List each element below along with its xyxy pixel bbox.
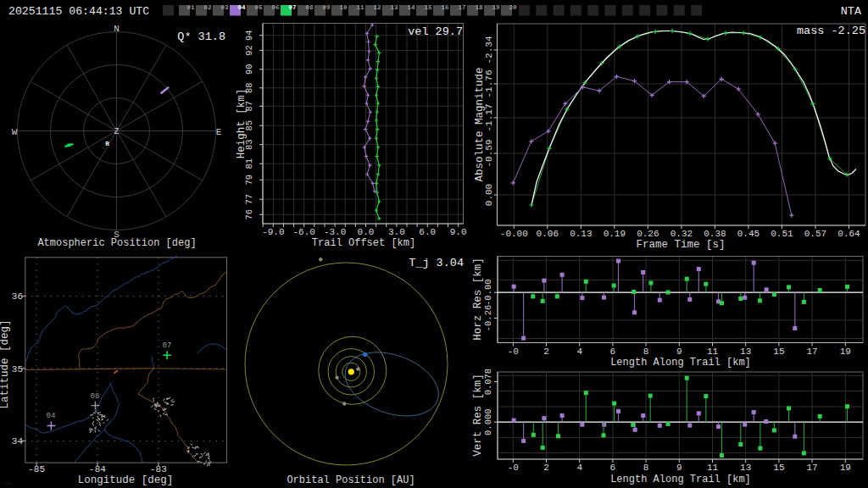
svg-text:T_j 3.04: T_j 3.04	[409, 257, 464, 269]
svg-text:4: 4	[576, 347, 582, 357]
svg-text:11: 11	[357, 4, 365, 11]
svg-text:0.000: 0.000	[483, 408, 493, 435]
svg-text:19: 19	[840, 347, 851, 357]
svg-text:0.38: 0.38	[704, 229, 726, 239]
svg-text:92: 92	[245, 45, 255, 56]
svg-text:-84: -84	[89, 464, 106, 474]
svg-text:34: 34	[12, 436, 24, 446]
svg-text:10: 10	[340, 4, 348, 11]
svg-text:16: 16	[442, 4, 450, 11]
svg-text:Length Along Trail [km]: Length Along Trail [km]	[610, 474, 751, 485]
svg-text:20251115 06:44:13 UTC: 20251115 06:44:13 UTC	[8, 5, 149, 18]
svg-text:-83: -83	[150, 464, 167, 474]
svg-text:0.57: 0.57	[804, 229, 826, 239]
svg-text:Trail Offset [km]: Trail Offset [km]	[312, 237, 415, 249]
svg-text:R: R	[105, 141, 109, 147]
svg-text:11: 11	[707, 463, 719, 473]
svg-text:2: 2	[543, 463, 549, 473]
svg-text:0.19: 0.19	[604, 229, 626, 239]
svg-text:-0: -0	[508, 347, 519, 357]
svg-text:Latitude [deg]: Latitude [deg]	[0, 319, 11, 408]
svg-text:12: 12	[374, 4, 382, 11]
svg-text:94: 94	[245, 30, 255, 41]
svg-text:05: 05	[255, 4, 264, 11]
svg-text:-0: -0	[508, 463, 519, 473]
svg-text:9.0: 9.0	[450, 227, 467, 237]
svg-text:06: 06	[272, 4, 281, 11]
svg-text:17: 17	[806, 347, 817, 357]
svg-text:08: 08	[306, 4, 314, 11]
svg-text:-85: -85	[28, 464, 45, 474]
svg-text:19: 19	[840, 463, 851, 473]
svg-text:17: 17	[806, 463, 817, 473]
svg-text:NTA: NTA	[841, 5, 862, 18]
svg-text:6.0: 6.0	[419, 227, 436, 237]
svg-text:81: 81	[245, 158, 255, 169]
svg-text:11: 11	[707, 347, 719, 357]
svg-text:13: 13	[391, 4, 399, 11]
svg-text:0.51: 0.51	[771, 229, 793, 239]
svg-text:9: 9	[676, 463, 682, 473]
svg-text:0.06: 0.06	[537, 229, 559, 239]
svg-text:8: 8	[643, 463, 649, 473]
svg-text:Orbital Position [AU]: Orbital Position [AU]	[287, 474, 415, 486]
svg-text:-2.34: -2.34	[484, 36, 494, 64]
svg-text:W: W	[12, 127, 18, 137]
svg-text:-9.0: -9.0	[262, 227, 284, 237]
svg-text:15: 15	[773, 463, 784, 473]
svg-text:15: 15	[425, 4, 433, 11]
svg-text:Length Along Trail [km]: Length Along Trail [km]	[610, 357, 751, 369]
svg-text:0.45: 0.45	[737, 229, 760, 239]
svg-text:0.26: 0.26	[637, 229, 659, 239]
svg-text:15: 15	[773, 347, 784, 357]
svg-text:-0.26: -0.26	[483, 305, 493, 332]
svg-text:07: 07	[163, 341, 172, 350]
svg-text:6: 6	[610, 463, 616, 473]
svg-text:9: 9	[676, 347, 682, 357]
svg-text:Longitude [deg]: Longitude [deg]	[78, 474, 174, 486]
svg-text:0.078: 0.078	[483, 369, 493, 396]
svg-text:Height [km]: Height [km]	[236, 89, 248, 159]
svg-text:4: 4	[576, 463, 582, 473]
svg-text:01: 01	[187, 4, 196, 11]
svg-text:Z: Z	[114, 127, 119, 136]
svg-text:8: 8	[643, 347, 649, 357]
svg-text:0.32: 0.32	[670, 229, 693, 239]
svg-text:03: 03	[221, 4, 230, 11]
svg-text:Q* 31.8: Q* 31.8	[177, 30, 225, 43]
svg-text:3.0: 3.0	[388, 227, 405, 237]
svg-text:02: 02	[204, 4, 213, 11]
svg-text:vel 29.7: vel 29.7	[408, 25, 463, 38]
svg-text:13: 13	[740, 463, 751, 473]
svg-text:Vert Res [km]: Vert Res [km]	[472, 374, 484, 457]
svg-text:rjw: rjw	[3, 480, 13, 486]
svg-text:6: 6	[610, 347, 616, 357]
svg-text:Absolute Magnitude: Absolute Magnitude	[474, 67, 486, 181]
svg-text:19: 19	[492, 4, 501, 11]
svg-text:35: 35	[12, 364, 23, 374]
svg-text:36: 36	[12, 291, 23, 302]
svg-text:79: 79	[245, 175, 255, 186]
svg-text:13: 13	[740, 347, 751, 357]
svg-text:2: 2	[543, 347, 549, 357]
svg-text:04: 04	[47, 412, 56, 420]
svg-text:76: 76	[245, 209, 255, 220]
svg-text:-6.0: -6.0	[293, 227, 315, 237]
svg-text:mass -2.25: mass -2.25	[797, 25, 865, 37]
svg-text:20: 20	[509, 4, 518, 11]
svg-text:17: 17	[459, 4, 466, 11]
svg-text:0.13: 0.13	[570, 229, 592, 239]
svg-text:18: 18	[476, 4, 484, 11]
svg-text:E: E	[216, 127, 222, 137]
svg-text:Frame Time [s]: Frame Time [s]	[636, 239, 725, 251]
svg-text:-3.0: -3.0	[324, 227, 346, 237]
svg-text:08: 08	[91, 392, 100, 401]
svg-text:09: 09	[323, 4, 331, 11]
svg-text:-0.00: -0.00	[500, 229, 528, 239]
svg-text:90: 90	[245, 64, 255, 75]
svg-text:Horz Res [km]: Horz Res [km]	[472, 258, 484, 341]
svg-text:0.64: 0.64	[837, 229, 860, 239]
svg-text:77: 77	[245, 194, 255, 205]
svg-text:N: N	[114, 24, 120, 34]
svg-text:07: 07	[289, 4, 297, 11]
